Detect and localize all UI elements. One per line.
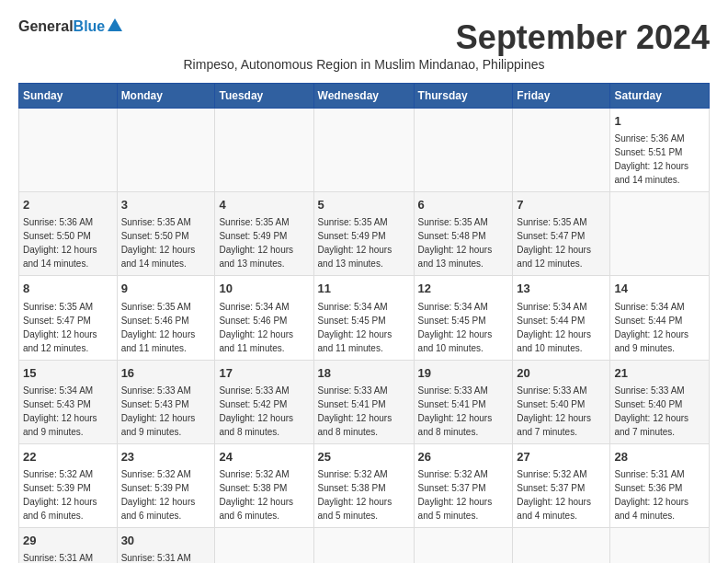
day-info: Sunrise: 5:33 AM Sunset: 5:42 PM Dayligh…: [219, 384, 309, 439]
day-info: Sunrise: 5:33 AM Sunset: 5:40 PM Dayligh…: [614, 384, 705, 439]
calendar-cell: 11Sunrise: 5:34 AM Sunset: 5:45 PM Dayli…: [313, 276, 414, 360]
calendar-cell: [215, 527, 313, 563]
calendar-cell: 21Sunrise: 5:33 AM Sunset: 5:40 PM Dayli…: [610, 360, 710, 443]
day-info: Sunrise: 5:33 AM Sunset: 5:41 PM Dayligh…: [318, 384, 410, 439]
day-info: Sunrise: 5:32 AM Sunset: 5:37 PM Dayligh…: [517, 467, 606, 523]
calendar-cell: 15Sunrise: 5:34 AM Sunset: 5:43 PM Dayli…: [19, 360, 118, 443]
day-number: 2: [23, 197, 113, 213]
day-number: 16: [121, 365, 211, 382]
calendar-cell: 28Sunrise: 5:31 AM Sunset: 5:36 PM Dayli…: [610, 443, 710, 527]
day-number: 4: [219, 197, 309, 213]
day-header-monday: Monday: [117, 84, 215, 109]
day-info: Sunrise: 5:32 AM Sunset: 5:37 PM Dayligh…: [418, 467, 509, 523]
calendar-cell: 14Sunrise: 5:34 AM Sunset: 5:44 PM Dayli…: [610, 276, 710, 360]
week-row-2: 8Sunrise: 5:35 AM Sunset: 5:47 PM Daylig…: [19, 276, 710, 360]
location: Rimpeso, Autonomous Region in Muslim Min…: [18, 57, 710, 72]
day-number: 9: [121, 281, 211, 297]
day-info: Sunrise: 5:32 AM Sunset: 5:39 PM Dayligh…: [121, 467, 211, 523]
day-info: Sunrise: 5:34 AM Sunset: 5:43 PM Dayligh…: [23, 384, 113, 439]
calendar-cell: [313, 109, 414, 192]
day-number: 5: [318, 197, 410, 213]
calendar-cell: [414, 109, 513, 192]
day-info: Sunrise: 5:35 AM Sunset: 5:50 PM Dayligh…: [121, 215, 211, 270]
day-number: 8: [23, 281, 113, 297]
day-number: 26: [418, 449, 509, 465]
day-number: 27: [517, 449, 606, 465]
calendar-cell: 30Sunrise: 5:31 AM Sunset: 5:35 PM Dayli…: [117, 527, 215, 563]
calendar-cell: 27Sunrise: 5:32 AM Sunset: 5:37 PM Dayli…: [513, 443, 610, 527]
calendar-cell: [414, 527, 513, 563]
day-info: Sunrise: 5:34 AM Sunset: 5:44 PM Dayligh…: [614, 300, 705, 355]
day-number: 10: [219, 281, 309, 297]
day-number: 3: [121, 197, 211, 213]
calendar-cell: 13Sunrise: 5:34 AM Sunset: 5:44 PM Dayli…: [513, 276, 610, 360]
day-header-wednesday: Wednesday: [313, 84, 414, 109]
calendar-cell: 5Sunrise: 5:35 AM Sunset: 5:49 PM Daylig…: [313, 192, 414, 276]
calendar-cell: 1Sunrise: 5:36 AM Sunset: 5:51 PM Daylig…: [610, 109, 710, 192]
day-number: 1: [614, 113, 705, 130]
day-number: 12: [418, 281, 509, 297]
calendar-cell: 24Sunrise: 5:32 AM Sunset: 5:38 PM Dayli…: [215, 443, 313, 527]
logo-icon: [108, 18, 122, 31]
week-row-3: 15Sunrise: 5:34 AM Sunset: 5:43 PM Dayli…: [19, 360, 710, 443]
day-info: Sunrise: 5:34 AM Sunset: 5:45 PM Dayligh…: [418, 300, 509, 355]
calendar-cell: 17Sunrise: 5:33 AM Sunset: 5:42 PM Dayli…: [215, 360, 313, 443]
day-number: 30: [121, 533, 211, 549]
day-info: Sunrise: 5:36 AM Sunset: 5:50 PM Dayligh…: [23, 215, 113, 270]
day-number: 13: [517, 281, 606, 297]
day-info: Sunrise: 5:33 AM Sunset: 5:40 PM Dayligh…: [517, 384, 606, 439]
day-header-friday: Friday: [513, 84, 610, 109]
week-row-1: 2Sunrise: 5:36 AM Sunset: 5:50 PM Daylig…: [19, 192, 710, 276]
calendar-cell: 6Sunrise: 5:35 AM Sunset: 5:48 PM Daylig…: [414, 192, 513, 276]
calendar-cell: 29Sunrise: 5:31 AM Sunset: 5:36 PM Dayli…: [19, 527, 118, 563]
day-info: Sunrise: 5:32 AM Sunset: 5:39 PM Dayligh…: [23, 467, 113, 523]
calendar-cell: 23Sunrise: 5:32 AM Sunset: 5:39 PM Dayli…: [117, 443, 215, 527]
day-info: Sunrise: 5:33 AM Sunset: 5:43 PM Dayligh…: [121, 384, 211, 439]
week-row-0: 1Sunrise: 5:36 AM Sunset: 5:51 PM Daylig…: [19, 109, 710, 192]
calendar-cell: 16Sunrise: 5:33 AM Sunset: 5:43 PM Dayli…: [117, 360, 215, 443]
day-info: Sunrise: 5:35 AM Sunset: 5:47 PM Dayligh…: [23, 300, 113, 355]
calendar-cell: 19Sunrise: 5:33 AM Sunset: 5:41 PM Dayli…: [414, 360, 513, 443]
calendar-cell: [610, 527, 710, 563]
calendar-cell: 22Sunrise: 5:32 AM Sunset: 5:39 PM Dayli…: [19, 443, 118, 527]
day-number: 11: [318, 281, 410, 297]
day-info: Sunrise: 5:35 AM Sunset: 5:49 PM Dayligh…: [318, 215, 410, 270]
day-number: 14: [614, 281, 705, 297]
calendar-cell: [313, 527, 414, 563]
day-number: 29: [23, 533, 113, 549]
calendar-cell: [610, 192, 710, 276]
day-number: 25: [318, 449, 410, 465]
day-number: 7: [517, 197, 606, 213]
day-header-thursday: Thursday: [414, 84, 513, 109]
calendar-cell: [513, 527, 610, 563]
calendar-cell: 26Sunrise: 5:32 AM Sunset: 5:37 PM Dayli…: [414, 443, 513, 527]
day-number: 19: [418, 365, 509, 382]
day-info: Sunrise: 5:35 AM Sunset: 5:48 PM Dayligh…: [418, 215, 509, 270]
calendar-cell: [513, 109, 610, 192]
day-info: Sunrise: 5:33 AM Sunset: 5:41 PM Dayligh…: [418, 384, 509, 439]
title-section: September 2024: [122, 18, 710, 57]
day-number: 23: [121, 449, 211, 465]
day-number: 6: [418, 197, 509, 213]
day-info: Sunrise: 5:31 AM Sunset: 5:36 PM Dayligh…: [23, 551, 113, 563]
month-year: September 2024: [122, 18, 710, 57]
day-number: 24: [219, 449, 309, 465]
calendar-cell: [215, 109, 313, 192]
calendar-cell: 7Sunrise: 5:35 AM Sunset: 5:47 PM Daylig…: [513, 192, 610, 276]
calendar: SundayMondayTuesdayWednesdayThursdayFrid…: [18, 83, 710, 563]
calendar-cell: 4Sunrise: 5:35 AM Sunset: 5:49 PM Daylig…: [215, 192, 313, 276]
calendar-cell: 18Sunrise: 5:33 AM Sunset: 5:41 PM Dayli…: [313, 360, 414, 443]
day-header-sunday: Sunday: [19, 84, 118, 109]
calendar-cell: 10Sunrise: 5:34 AM Sunset: 5:46 PM Dayli…: [215, 276, 313, 360]
week-row-5: 29Sunrise: 5:31 AM Sunset: 5:36 PM Dayli…: [19, 527, 710, 563]
day-info: Sunrise: 5:34 AM Sunset: 5:46 PM Dayligh…: [219, 300, 309, 355]
calendar-cell: 8Sunrise: 5:35 AM Sunset: 5:47 PM Daylig…: [19, 276, 118, 360]
logo: GeneralBlue: [18, 18, 122, 35]
day-info: Sunrise: 5:36 AM Sunset: 5:51 PM Dayligh…: [614, 132, 705, 187]
day-number: 15: [23, 365, 113, 382]
day-info: Sunrise: 5:35 AM Sunset: 5:49 PM Dayligh…: [219, 215, 309, 270]
day-number: 21: [614, 365, 705, 382]
calendar-cell: 25Sunrise: 5:32 AM Sunset: 5:38 PM Dayli…: [313, 443, 414, 527]
day-info: Sunrise: 5:32 AM Sunset: 5:38 PM Dayligh…: [318, 467, 410, 523]
day-info: Sunrise: 5:31 AM Sunset: 5:35 PM Dayligh…: [121, 551, 211, 563]
